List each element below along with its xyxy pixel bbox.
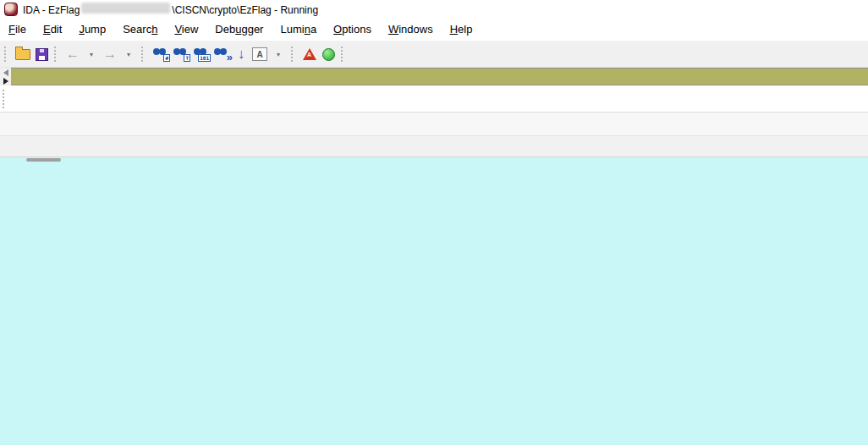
menu-bar: FileEditJumpSearchViewDebuggerLuminaOpti… — [0, 19, 868, 41]
navigate-back-menu-icon[interactable]: ▾ — [83, 44, 100, 64]
navband-strip[interactable] — [11, 68, 868, 85]
problems-icon[interactable]: A — [301, 44, 318, 64]
menu-edit[interactable]: Edit — [35, 19, 70, 40]
view-tab-row — [0, 136, 868, 157]
toolbar-separator — [291, 47, 297, 62]
search-text-icon[interactable]: T — [172, 44, 190, 64]
navband-left-icon[interactable] — [3, 69, 8, 76]
toolbar-separator — [141, 47, 147, 62]
menu-file[interactable]: File — [0, 19, 35, 40]
ida-logo-icon — [4, 3, 18, 16]
lumina-icon[interactable] — [320, 44, 337, 64]
ascii-menu-icon[interactable]: ▾ — [270, 44, 287, 64]
search-binary-icon[interactable]: 101 — [192, 44, 211, 64]
toolbar-separator — [341, 47, 347, 62]
search-next-icon[interactable]: » — [212, 44, 231, 64]
ida-window: IDA - EzFlag\CISCN\crypto\EzFlag - Runni… — [0, 0, 868, 445]
toolbar-separator — [4, 47, 10, 62]
save-database-icon[interactable] — [33, 44, 50, 64]
navigate-back-icon[interactable]: ← — [64, 44, 81, 64]
menu-jump[interactable]: Jump — [70, 19, 114, 40]
pseudocode-pane[interactable] — [0, 157, 868, 445]
menu-view[interactable]: View — [166, 19, 206, 40]
menu-lumina[interactable]: Lumina — [272, 19, 325, 40]
redacted-path — [81, 3, 170, 14]
navigate-forward-menu-icon[interactable]: ▾ — [120, 44, 137, 64]
toolbar: ←▾→▾#T101»↓A▾A — [0, 41, 868, 68]
menu-windows[interactable]: Windows — [380, 19, 442, 40]
legend-drag-handle[interactable] — [3, 90, 8, 108]
menu-search[interactable]: Search — [114, 19, 166, 40]
navband-scroll-buttons[interactable] — [0, 68, 11, 85]
color-legend — [0, 85, 868, 113]
menu-help[interactable]: Help — [442, 19, 481, 40]
search-immediate-icon[interactable]: # — [151, 44, 170, 64]
ascii-string-icon[interactable]: A — [251, 44, 268, 64]
menu-debugger[interactable]: Debugger — [206, 19, 272, 40]
navigation-band — [0, 68, 868, 85]
pane-caption-row — [0, 113, 868, 136]
menu-options[interactable]: Options — [325, 19, 380, 40]
navigate-forward-icon[interactable]: → — [102, 44, 118, 64]
mini-scrollbar[interactable] — [26, 158, 61, 162]
window-title: IDA - EzFlag\CISCN\crypto\EzFlag - Runni… — [23, 3, 318, 16]
open-file-icon[interactable] — [14, 44, 31, 64]
jump-below-icon[interactable]: ↓ — [233, 44, 250, 64]
toolbar-separator — [54, 47, 60, 62]
title-bar: IDA - EzFlag\CISCN\crypto\EzFlag - Runni… — [0, 0, 868, 19]
navband-right-icon[interactable] — [3, 78, 8, 85]
